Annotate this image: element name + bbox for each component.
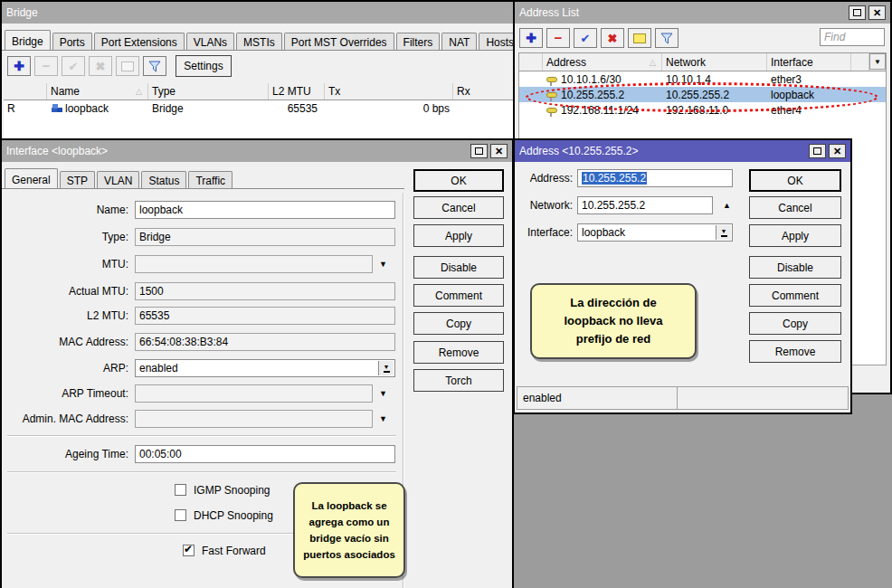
tab-mstis[interactable]: MSTIs	[236, 33, 282, 50]
tab-port-mst-overrides[interactable]: Port MST Overrides	[284, 33, 394, 50]
disable-button[interactable]: ✖	[89, 56, 112, 76]
address-value-selected: 10.255.255.2	[582, 172, 647, 185]
close-button[interactable]: ✕	[829, 144, 846, 158]
ok-button[interactable]: OK	[413, 169, 504, 192]
interface-combo-button[interactable]: ▼	[716, 225, 731, 240]
cancel-button[interactable]: Cancel	[413, 196, 504, 219]
col-address[interactable]: Address △	[543, 53, 662, 71]
interface-title: Interface <loopback>	[6, 145, 468, 157]
disable-address-button[interactable]: ✖	[601, 28, 624, 48]
close-button[interactable]: ✕	[868, 5, 886, 20]
network-label: Network:	[515, 196, 573, 214]
bridge-col-l2mtu[interactable]: L2 MTU	[269, 83, 325, 100]
comment-button[interactable]	[116, 56, 139, 76]
copy-button[interactable]: Copy	[413, 312, 504, 335]
find-input[interactable]	[820, 28, 885, 46]
arp-timeout-field[interactable]	[135, 384, 373, 403]
copy-button[interactable]: Copy	[749, 312, 841, 335]
cancel-button[interactable]: Cancel	[749, 196, 841, 219]
status-bar-extra	[677, 386, 849, 410]
combo-arrow-icon: ▼	[721, 229, 727, 234]
row-interface: ether4	[767, 104, 886, 117]
tab-ports[interactable]: Ports	[52, 33, 92, 50]
loopback-note-callout: La loopback se agrega como un bridge vac…	[293, 482, 405, 578]
arp-timeout-dropdown-icon[interactable]: ▼	[379, 390, 387, 398]
ip-address-icon	[546, 77, 557, 82]
network-up-icon[interactable]: ▲	[723, 202, 731, 210]
add-address-button[interactable]: ✚	[519, 28, 543, 48]
filter-button[interactable]	[143, 56, 166, 76]
dhcp-snooping-checkbox[interactable]	[175, 509, 186, 521]
igmp-snooping-checkbox[interactable]	[175, 484, 186, 496]
apply-button[interactable]: Apply	[749, 224, 841, 247]
tab-port-extensions[interactable]: Port Extensions	[94, 33, 185, 50]
tab-stp[interactable]: STP	[60, 171, 95, 188]
sort-ascending-icon: △	[650, 58, 658, 67]
interface-combobox[interactable]: loopback ▼	[577, 223, 733, 242]
disable-button[interactable]: Disable	[413, 256, 504, 279]
name-label: Name:	[2, 201, 128, 219]
col-interface[interactable]: Interface	[767, 53, 851, 71]
maximize-button[interactable]	[809, 144, 826, 158]
ip-address-icon	[546, 108, 557, 113]
tab-traffic[interactable]: Traffic	[188, 171, 232, 188]
address-row-1[interactable]: 10.10.1.6/30 10.10.1.4 ether3	[519, 71, 886, 87]
bridge-col-name[interactable]: Name △	[47, 83, 148, 100]
tab-vlans[interactable]: VLANs	[186, 33, 234, 50]
tab-bridge[interactable]: Bridge	[5, 30, 51, 51]
tab-nat[interactable]: NAT	[441, 33, 477, 50]
funnel-icon	[660, 33, 673, 44]
comment-button[interactable]: Comment	[749, 284, 841, 307]
bridge-col-flags[interactable]	[4, 83, 47, 100]
fast-forward-checkbox[interactable]: ✔	[183, 545, 195, 556]
enable-button[interactable]: ✔	[62, 56, 85, 76]
ageing-time-field[interactable]: 00:05:00	[135, 445, 395, 463]
address-field[interactable]: 10.255.255.2	[577, 169, 733, 187]
close-button[interactable]: ✕	[490, 144, 508, 158]
remove-button[interactable]: Remove	[749, 340, 841, 363]
tab-vlan[interactable]: VLAN	[97, 171, 139, 188]
comment-address-button[interactable]	[628, 28, 651, 48]
tab-filters[interactable]: Filters	[396, 33, 441, 50]
col-icon[interactable]	[519, 53, 543, 71]
tab-general[interactable]: General	[5, 168, 58, 189]
address-dialog-titlebar[interactable]: Address <10.255.255.2> ✕	[515, 140, 850, 162]
maximize-button[interactable]	[849, 5, 866, 20]
column-picker-button[interactable]: ▼	[869, 53, 886, 70]
bridge-col-type[interactable]: Type	[148, 83, 269, 100]
bridge-col-tx[interactable]: Tx	[325, 83, 453, 100]
mtu-dropdown-icon[interactable]: ▼	[379, 261, 387, 269]
filter-button[interactable]	[655, 28, 678, 48]
col-network[interactable]: Network	[662, 53, 767, 71]
remove-item-button[interactable]: −	[34, 56, 58, 76]
settings-button[interactable]: Settings	[176, 55, 232, 77]
ok-button[interactable]: OK	[749, 169, 841, 192]
disable-button[interactable]: Disable	[749, 256, 841, 279]
bridge-row-type: Bridge	[148, 102, 269, 115]
add-button[interactable]: ✚	[7, 56, 31, 76]
remove-button[interactable]: Remove	[413, 341, 504, 364]
address-list-titlebar[interactable]: Address List ✕	[515, 2, 890, 24]
mac-address-label: MAC Address:	[2, 333, 128, 351]
network-field[interactable]: 10.255.255.2	[577, 196, 713, 214]
address-row-2-selected[interactable]: 10.255.255.2 10.255.255.2 loopback	[519, 87, 886, 102]
comment-button[interactable]: Comment	[413, 284, 504, 307]
torch-button[interactable]: Torch	[413, 369, 504, 392]
remove-address-button[interactable]: −	[546, 28, 570, 48]
maximize-button[interactable]	[470, 144, 488, 158]
admin-mac-dropdown-icon[interactable]: ▼	[379, 415, 387, 423]
admin-mac-field[interactable]	[135, 410, 373, 428]
cross-icon: ✖	[608, 33, 618, 44]
interface-titlebar[interactable]: Interface <loopback> ✕	[2, 140, 512, 162]
arp-combobox[interactable]: enabled ▼	[135, 359, 395, 377]
enable-address-button[interactable]: ✔	[574, 28, 597, 48]
name-field[interactable]: loopback	[135, 201, 395, 219]
apply-button[interactable]: Apply	[413, 224, 504, 247]
maximize-icon	[475, 147, 483, 155]
address-row-3[interactable]: 192.168.11.1/24 192.168.11.0 ether4	[519, 102, 886, 118]
arp-combo-button[interactable]: ▼	[378, 361, 394, 375]
mtu-field[interactable]	[135, 255, 373, 273]
funnel-icon	[148, 61, 161, 72]
plus-icon: ✚	[526, 32, 536, 44]
tab-status[interactable]: Status	[141, 171, 186, 188]
